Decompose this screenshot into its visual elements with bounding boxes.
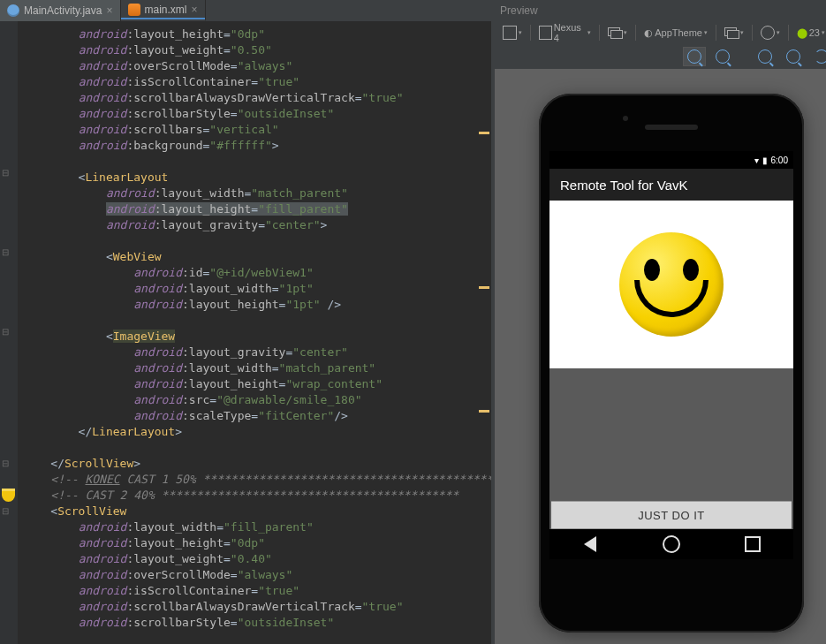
fold-toggle-icon[interactable]: ⊟: [2, 168, 16, 176]
smiley-icon: [619, 232, 724, 337]
refresh-icon: [815, 49, 826, 64]
editor-tabbar: MainActivity.java × main.xml ×: [0, 0, 491, 22]
config-icon: [503, 26, 517, 40]
zoom-actual-icon: [716, 49, 730, 64]
earpiece: [645, 125, 698, 130]
config-dropdown[interactable]: ▾: [498, 23, 527, 42]
home-icon: [663, 535, 680, 553]
orientation-icon: [608, 27, 622, 38]
zoom-out-button[interactable]: [782, 47, 805, 66]
nav-home-button[interactable]: [662, 534, 681, 554]
activity-dropdown[interactable]: ▾: [720, 25, 748, 41]
zoom-in-icon: [758, 49, 772, 64]
xml-file-icon: [128, 4, 140, 16]
close-icon[interactable]: ×: [192, 4, 198, 16]
separator: [530, 25, 531, 41]
empty-space: [549, 368, 793, 501]
nav-back-button[interactable]: [580, 534, 600, 554]
back-icon: [584, 536, 596, 552]
device-label: Nexus 4: [554, 22, 587, 43]
tab-label: main.xml: [145, 4, 187, 16]
refresh-button[interactable]: [810, 47, 826, 66]
api-label: 23: [809, 27, 820, 38]
android-icon: ⬤: [797, 27, 807, 39]
java-file-icon: [7, 4, 19, 17]
preview-zoom-toolbar: [495, 44, 826, 70]
nav-recent-button[interactable]: [743, 534, 762, 554]
activity-icon: [724, 27, 739, 38]
theme-selector[interactable]: ◐AppTheme▾: [640, 25, 712, 42]
tab-mainactivity[interactable]: MainActivity.java ×: [0, 0, 121, 21]
warning-marker[interactable]: [479, 286, 489, 289]
warning-marker[interactable]: [479, 132, 489, 134]
device-screen: ▾ ▮ 6:00 Remote Tool for VavK JUST DO IT: [549, 151, 793, 557]
code-editor[interactable]: android:layout_height="0dp" android:layo…: [18, 21, 491, 644]
close-icon[interactable]: ×: [106, 4, 112, 17]
separator: [635, 25, 636, 41]
zoom-actual-button[interactable]: [711, 47, 734, 66]
camera-dot: [623, 116, 628, 121]
device-frame: ▾ ▮ 6:00 Remote Tool for VavK JUST DO IT: [539, 94, 804, 633]
wifi-icon: ▾: [754, 155, 759, 165]
button-label: JUST DO IT: [638, 509, 705, 522]
preview-toolbar: ▾ Nexus 4▾ ▾ ◐AppTheme▾ ▾ ▾ ⬤23▾: [495, 21, 826, 45]
locale-dropdown[interactable]: ▾: [756, 23, 784, 42]
code-content[interactable]: android:layout_height="0dp" android:layo…: [18, 21, 491, 631]
zoom-out-icon: [786, 49, 800, 64]
preview-title-label: Preview: [500, 4, 538, 17]
separator: [599, 25, 600, 41]
battery-icon: ▮: [762, 155, 768, 165]
separator: [752, 25, 753, 41]
device-selector[interactable]: Nexus 4▾: [534, 19, 595, 46]
status-bar: ▾ ▮ 6:00: [549, 151, 793, 169]
app-title-label: Remote Tool for VavK: [560, 178, 688, 193]
lightbulb-icon[interactable]: [2, 489, 15, 502]
orientation-dropdown[interactable]: ▾: [603, 25, 632, 41]
android-navbar: [549, 529, 793, 559]
theme-label: AppTheme: [655, 27, 702, 38]
image-view-preview: [549, 201, 793, 368]
fold-toggle-icon[interactable]: ⊟: [2, 506, 16, 514]
just-do-it-button[interactable]: JUST DO IT: [551, 501, 792, 529]
globe-icon: [761, 26, 775, 40]
fold-toggle-icon[interactable]: ⊟: [2, 247, 16, 255]
fold-toggle-icon[interactable]: ⊟: [2, 327, 16, 335]
tab-label: MainActivity.java: [24, 4, 102, 17]
separator: [788, 25, 789, 41]
recent-icon: [745, 536, 761, 552]
device-icon: [539, 26, 552, 40]
theme-emoji-icon: ◐: [644, 27, 653, 39]
zoom-fit-icon: [687, 49, 701, 64]
warning-marker[interactable]: [479, 410, 489, 413]
api-level-selector[interactable]: ⬤23▾: [792, 25, 826, 42]
fold-toggle-icon[interactable]: ⊟: [2, 458, 16, 466]
separator: [716, 25, 716, 41]
editor-gutter: ⊟ ⊟ ⊟ ⊟ ⊟: [0, 21, 19, 644]
app-title-bar: Remote Tool for VavK: [549, 169, 793, 201]
zoom-fit-button[interactable]: [683, 47, 706, 66]
zoom-in-button[interactable]: [754, 47, 777, 66]
clock-label: 6:00: [771, 155, 788, 165]
tab-mainxml[interactable]: main.xml ×: [121, 0, 206, 21]
